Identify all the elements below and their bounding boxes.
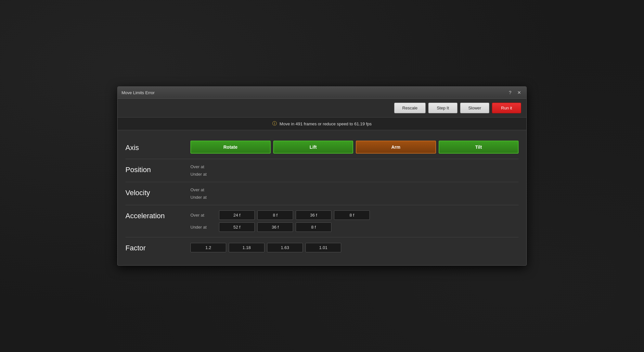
- axis-lift-button[interactable]: Lift: [273, 141, 354, 154]
- acceleration-under-field-1[interactable]: 36 f: [257, 222, 293, 232]
- velocity-section: Velocity Over at Under at: [125, 182, 519, 205]
- position-section: Position Over at Under at: [125, 159, 519, 182]
- acceleration-under-field-2[interactable]: 8 f: [296, 222, 331, 232]
- axis-buttons: Rotate Lift Arm Tilt: [190, 141, 519, 154]
- position-under-row: Under at: [190, 172, 519, 177]
- step-it-button[interactable]: Step It: [428, 103, 457, 113]
- axis-section: Axis Rotate Lift Arm Tilt: [125, 135, 519, 159]
- content-area: Axis Rotate Lift Arm Tilt Position Over …: [118, 130, 526, 265]
- acceleration-over-field-0[interactable]: 24 f: [219, 210, 255, 220]
- position-label: Position: [125, 164, 190, 174]
- info-message: Move in 491 frames or reduce speed to 61…: [279, 121, 371, 126]
- velocity-label: Velocity: [125, 187, 190, 197]
- close-button[interactable]: ✕: [516, 89, 522, 96]
- position-over-row: Over at: [190, 164, 519, 169]
- acceleration-under-label: Under at: [190, 225, 216, 230]
- acceleration-under-row: Under at 52 f 36 f 8 f: [190, 222, 519, 232]
- move-limits-error-dialog: Move Limits Error ? ✕ Rescale Step It Sl…: [117, 86, 527, 266]
- info-bar: ⓘ Move in 491 frames or reduce speed to …: [118, 117, 526, 130]
- title-bar: Move Limits Error ? ✕: [118, 87, 526, 99]
- acceleration-over-label: Over at: [190, 213, 216, 218]
- axis-label: Axis: [125, 142, 190, 152]
- axis-tilt-button[interactable]: Tilt: [439, 141, 519, 154]
- acceleration-over-field-2[interactable]: 36 f: [296, 210, 331, 220]
- velocity-under-row: Under at: [190, 195, 519, 200]
- factor-label: Factor: [125, 243, 190, 252]
- rescale-button[interactable]: Rescale: [394, 103, 426, 113]
- acceleration-over-row: Over at 24 f 8 f 36 f 8 f: [190, 210, 519, 220]
- toolbar: Rescale Step It Slower Run it: [118, 99, 526, 117]
- run-it-button[interactable]: Run it: [492, 103, 521, 113]
- axis-rotate-button[interactable]: Rotate: [190, 141, 271, 154]
- velocity-over-row: Over at: [190, 187, 519, 192]
- slower-button[interactable]: Slower: [460, 103, 489, 113]
- factor-fields: 1.2 1.18 1.63 1.01: [190, 243, 519, 252]
- acceleration-over-field-1[interactable]: 8 f: [257, 210, 293, 220]
- acceleration-label: Acceleration: [125, 210, 190, 220]
- info-icon: ⓘ: [272, 121, 277, 127]
- position-over-label: Over at: [190, 164, 216, 169]
- position-under-label: Under at: [190, 172, 216, 177]
- position-content: Over at Under at: [190, 164, 519, 177]
- factor-field-0[interactable]: 1.2: [190, 243, 226, 252]
- factor-section: Factor 1.2 1.18 1.63 1.01: [125, 237, 519, 258]
- factor-field-1[interactable]: 1.18: [229, 243, 264, 252]
- acceleration-under-field-0[interactable]: 52 f: [219, 222, 255, 232]
- help-button[interactable]: ?: [507, 89, 513, 96]
- axis-arm-button[interactable]: Arm: [356, 141, 436, 154]
- factor-field-3[interactable]: 1.01: [305, 243, 341, 252]
- velocity-content: Over at Under at: [190, 187, 519, 200]
- acceleration-section: Acceleration Over at 24 f 8 f 36 f 8 f U…: [125, 205, 519, 237]
- acceleration-over-field-3[interactable]: 8 f: [334, 210, 370, 220]
- acceleration-content: Over at 24 f 8 f 36 f 8 f Under at 52 f …: [190, 210, 519, 232]
- velocity-over-label: Over at: [190, 187, 216, 192]
- factor-field-2[interactable]: 1.63: [267, 243, 303, 252]
- dialog-title: Move Limits Error: [122, 90, 155, 95]
- title-controls: ? ✕: [507, 89, 522, 96]
- velocity-under-label: Under at: [190, 195, 216, 200]
